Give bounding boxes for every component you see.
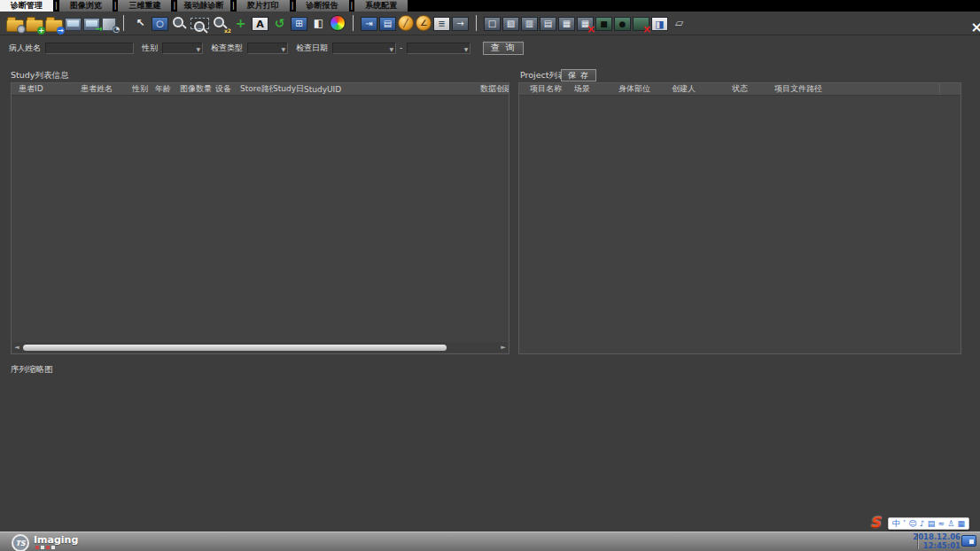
fit-window-icon[interactable]: ⊞ — [291, 17, 307, 31]
gender-label: 性别 — [142, 43, 158, 54]
project-table-header: 项目名称场景身体部位创建人状态项目文件路径 — [519, 83, 961, 96]
gender-select[interactable] — [162, 43, 203, 54]
cursor-icon[interactable]: ↖ — [131, 14, 150, 32]
toolbox-icon[interactable]: ▦ — [957, 520, 965, 528]
tab-divider: | — [171, 0, 177, 12]
tab-divider: | — [290, 0, 296, 12]
close-icon[interactable]: × — [971, 20, 980, 35]
color-palette-icon[interactable] — [330, 15, 346, 31]
invert-icon[interactable]: ◧ — [309, 14, 328, 32]
window-display-icon[interactable]: ○ — [152, 17, 168, 31]
image-export-icon[interactable] — [83, 18, 100, 31]
layout-single-icon[interactable]: □ — [484, 17, 501, 31]
save-button[interactable]: 保 存 — [561, 69, 596, 81]
column-header[interactable]: 设备 — [215, 83, 240, 95]
zoom-x2-icon[interactable]: x2 — [211, 14, 229, 32]
image-view-icon[interactable] — [65, 18, 82, 31]
layout-2col-icon[interactable]: ▥ — [521, 17, 538, 31]
column-header[interactable]: StudyUID — [304, 85, 480, 94]
exam-date-label: 检查日期 — [296, 43, 328, 54]
layout-2x2-icon[interactable]: ▦ — [558, 17, 575, 31]
column-header[interactable]: Study日期 — [273, 83, 304, 95]
roi-circle-icon[interactable]: ● — [614, 17, 631, 31]
measure-line-icon[interactable]: ╱ — [398, 15, 414, 31]
column-header[interactable]: 项目名称 — [519, 83, 574, 95]
column-header[interactable]: 身体部位 — [618, 83, 672, 95]
folder-open-icon[interactable] — [6, 19, 24, 32]
scroll-thumb[interactable] — [23, 345, 447, 351]
layout-3row-icon[interactable]: ▤ — [540, 17, 556, 31]
folder-import-icon[interactable] — [45, 19, 63, 32]
brand-subtext — [35, 546, 55, 549]
study-hscrollbar[interactable]: ◄ ► — [12, 342, 508, 353]
patient-name-input[interactable] — [45, 43, 134, 54]
voice-input-icon[interactable]: ♪ — [920, 520, 925, 528]
refresh-icon[interactable]: ↺ — [270, 14, 289, 32]
column-header[interactable] — [939, 83, 961, 95]
tab-bar: 诊断管理|图像浏览|三维重建|颈动脉诊断|胶片打印|诊断报告|系统配置 — [0, 0, 980, 12]
column-header[interactable]: 患者ID — [12, 83, 81, 95]
tab-system-config[interactable]: 系统配置 — [354, 0, 408, 12]
emoji-icon[interactable]: ☺ — [908, 520, 916, 528]
clock: 2018.12.06 12:45:01 — [913, 532, 961, 550]
input-mode-icon[interactable]: 中 — [892, 520, 900, 528]
tab-3d-reconstruction[interactable]: 三维重建 — [118, 0, 171, 12]
folder-add-icon[interactable] — [26, 19, 43, 32]
sogou-logo-icon[interactable]: S — [870, 514, 881, 531]
send-image-icon[interactable]: → — [452, 17, 469, 31]
language-bar-icon[interactable] — [961, 535, 976, 547]
ime-toolbar: 中’☺♪▤≈♙▦ — [888, 517, 969, 530]
import-queue-icon[interactable]: ⇥ — [361, 17, 377, 31]
scroll-left-arrow-icon[interactable]: ◄ — [12, 344, 21, 351]
cine-export-icon[interactable]: ▱ — [670, 14, 688, 32]
punctuation-icon[interactable]: ’ — [903, 520, 906, 528]
exam-date-from-select[interactable] — [332, 43, 396, 54]
tab-image-browse[interactable]: 图像浏览 — [59, 0, 113, 12]
exam-type-select[interactable] — [247, 43, 288, 54]
project-table-body — [520, 96, 960, 353]
layout-clear-icon[interactable]: ▦ — [577, 17, 594, 31]
tab-divider: | — [53, 0, 59, 12]
tab-diagnosis-management[interactable]: 诊断管理 — [0, 0, 53, 12]
tab-film-print[interactable]: 胶片打印 — [237, 0, 290, 12]
skin-icon[interactable]: ♙ — [947, 520, 954, 528]
column-header[interactable]: 状态 — [732, 83, 774, 95]
zoom-region-icon[interactable] — [191, 18, 209, 29]
soft-keyboard-icon[interactable]: ▤ — [928, 520, 936, 528]
column-header[interactable]: 性别 — [132, 83, 155, 95]
study-table-header: 患者ID患者姓名性别年龄图像数量设备Store路径Study日期StudyUID… — [12, 83, 509, 96]
tab-divider: | — [230, 0, 237, 12]
column-header[interactable]: 场景 — [574, 83, 618, 95]
application-window: 诊断管理|图像浏览|三维重建|颈动脉诊断|胶片打印|诊断报告|系统配置 ↖○x2… — [0, 0, 980, 551]
patient-name-label: 病人姓名 — [9, 43, 41, 54]
zoom-icon[interactable] — [170, 14, 189, 32]
measure-angle-icon[interactable]: ∠ — [416, 15, 432, 31]
roi-clear-icon[interactable] — [633, 17, 649, 31]
split-view-icon[interactable]: ◨ — [651, 17, 668, 31]
layout-custom-icon[interactable]: ▧ — [502, 17, 519, 31]
exam-type-label: 检查类型 — [211, 43, 243, 54]
column-header[interactable]: 患者姓名 — [81, 83, 132, 95]
column-header[interactable]: 数据创建 — [480, 83, 509, 95]
taskbar: TS Imaging — [0, 532, 980, 551]
column-header[interactable]: 图像数量 — [180, 83, 215, 95]
column-header[interactable]: 项目文件路径 — [774, 83, 939, 95]
scroll-right-arrow-icon[interactable]: ► — [499, 344, 508, 351]
toolbar: ↖○x2+A↺⊞◧⇥▤╱∠≡→□▧▥▤▦▦■●◨▱ — [0, 12, 980, 35]
exam-date-to-select[interactable] — [407, 43, 471, 54]
toolbar-separator — [123, 15, 124, 31]
tab-diagnosis-report[interactable]: 诊断报告 — [296, 0, 349, 12]
column-header[interactable]: 创建人 — [672, 83, 732, 95]
archive-clock-icon[interactable] — [102, 18, 116, 31]
film-box-icon[interactable]: ▤ — [379, 17, 396, 31]
column-header[interactable]: Store路径 — [240, 83, 273, 95]
copy-report-icon[interactable]: ≡ — [433, 17, 450, 31]
annotate-icon[interactable]: A — [252, 17, 268, 31]
column-header[interactable]: 年龄 — [155, 83, 180, 95]
pan-icon[interactable]: + — [231, 14, 250, 32]
tab-carotid-diagnosis[interactable]: 颈动脉诊断 — [177, 0, 230, 12]
tab-divider: | — [113, 0, 119, 12]
roi-square-icon[interactable]: ■ — [595, 17, 612, 31]
handwriting-icon[interactable]: ≈ — [937, 520, 945, 528]
search-button[interactable]: 查 询 — [483, 42, 524, 55]
